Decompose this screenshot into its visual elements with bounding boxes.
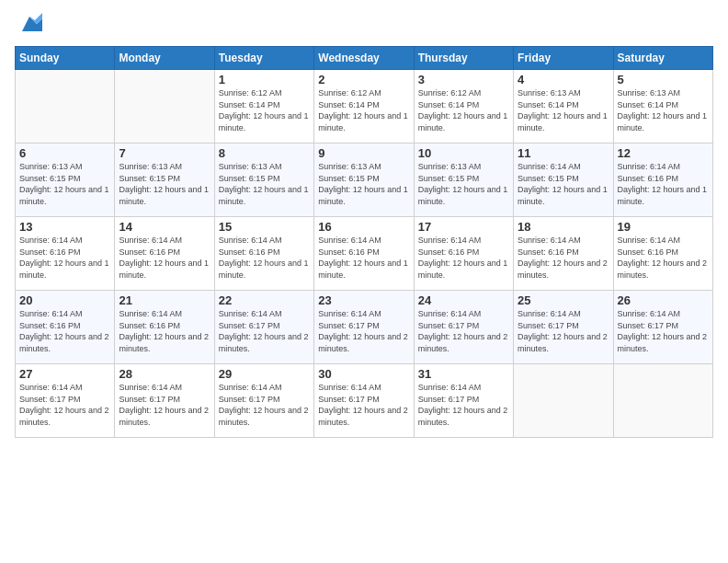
day-header-sunday: Sunday [16,47,115,70]
day-number: 1 [219,73,310,86]
day-info: Sunrise: 6:14 AM Sunset: 6:17 PM Dayligh… [418,308,509,354]
day-number: 31 [418,367,509,381]
day-header-monday: Monday [115,47,214,70]
day-info: Sunrise: 6:14 AM Sunset: 6:16 PM Dayligh… [19,235,110,281]
day-info: Sunrise: 6:13 AM Sunset: 6:15 PM Dayligh… [318,161,409,207]
day-info: Sunrise: 6:14 AM Sunset: 6:17 PM Dayligh… [219,382,310,428]
day-info: Sunrise: 6:13 AM Sunset: 6:14 PM Dayligh… [618,87,709,133]
logo [15,15,42,37]
day-info: Sunrise: 6:14 AM Sunset: 6:16 PM Dayligh… [618,161,709,207]
day-info: Sunrise: 6:14 AM Sunset: 6:16 PM Dayligh… [618,235,709,281]
calendar-cell [514,364,613,438]
day-number: 17 [418,220,509,234]
calendar-cell: 14Sunrise: 6:14 AM Sunset: 6:16 PM Dayli… [115,217,214,291]
calendar-week-row: 6Sunrise: 6:13 AM Sunset: 6:15 PM Daylig… [16,144,713,217]
day-info: Sunrise: 6:13 AM Sunset: 6:15 PM Dayligh… [418,161,509,207]
calendar-cell: 25Sunrise: 6:14 AM Sunset: 6:17 PM Dayli… [514,291,613,364]
calendar-cell: 30Sunrise: 6:14 AM Sunset: 6:17 PM Dayli… [314,364,414,438]
day-info: Sunrise: 6:14 AM Sunset: 6:17 PM Dayligh… [618,308,709,354]
day-number: 4 [518,73,609,86]
calendar-cell: 20Sunrise: 6:14 AM Sunset: 6:16 PM Dayli… [16,291,115,364]
calendar-cell: 10Sunrise: 6:13 AM Sunset: 6:15 PM Dayli… [414,144,513,217]
day-info: Sunrise: 6:14 AM Sunset: 6:17 PM Dayligh… [119,382,210,428]
calendar-week-row: 13Sunrise: 6:14 AM Sunset: 6:16 PM Dayli… [16,217,713,291]
day-number: 23 [318,293,409,307]
calendar-cell: 18Sunrise: 6:14 AM Sunset: 6:16 PM Dayli… [514,217,613,291]
day-number: 10 [418,146,509,160]
day-number: 18 [518,220,609,234]
calendar-cell [613,364,712,438]
calendar-cell: 29Sunrise: 6:14 AM Sunset: 6:17 PM Dayli… [214,364,313,438]
day-number: 14 [119,220,210,234]
day-info: Sunrise: 6:14 AM Sunset: 6:16 PM Dayligh… [518,235,609,281]
calendar-cell: 17Sunrise: 6:14 AM Sunset: 6:16 PM Dayli… [414,217,513,291]
calendar-cell: 22Sunrise: 6:14 AM Sunset: 6:17 PM Dayli… [214,291,313,364]
day-number: 19 [618,220,709,234]
day-info: Sunrise: 6:14 AM Sunset: 6:17 PM Dayligh… [219,308,310,354]
day-info: Sunrise: 6:14 AM Sunset: 6:17 PM Dayligh… [318,308,409,354]
calendar-cell: 24Sunrise: 6:14 AM Sunset: 6:17 PM Dayli… [414,291,513,364]
calendar-week-row: 1Sunrise: 6:12 AM Sunset: 6:14 PM Daylig… [16,70,713,144]
calendar: SundayMondayTuesdayWednesdayThursdayFrid… [15,46,713,438]
day-info: Sunrise: 6:14 AM Sunset: 6:17 PM Dayligh… [518,308,609,354]
calendar-cell: 31Sunrise: 6:14 AM Sunset: 6:17 PM Dayli… [414,364,513,438]
calendar-cell: 9Sunrise: 6:13 AM Sunset: 6:15 PM Daylig… [314,144,414,217]
calendar-header-row: SundayMondayTuesdayWednesdayThursdayFrid… [16,47,713,70]
logo-icon [17,11,42,37]
day-info: Sunrise: 6:14 AM Sunset: 6:17 PM Dayligh… [418,382,509,428]
day-info: Sunrise: 6:14 AM Sunset: 6:16 PM Dayligh… [219,235,310,281]
day-number: 15 [219,220,310,234]
calendar-cell: 16Sunrise: 6:14 AM Sunset: 6:16 PM Dayli… [314,217,414,291]
day-info: Sunrise: 6:14 AM Sunset: 6:16 PM Dayligh… [19,308,110,354]
day-number: 13 [19,220,110,234]
day-info: Sunrise: 6:14 AM Sunset: 6:16 PM Dayligh… [119,235,210,281]
calendar-cell: 21Sunrise: 6:14 AM Sunset: 6:16 PM Dayli… [115,291,214,364]
day-header-thursday: Thursday [414,47,513,70]
day-header-friday: Friday [514,47,613,70]
calendar-cell [16,70,115,144]
day-number: 7 [119,146,210,160]
calendar-cell: 15Sunrise: 6:14 AM Sunset: 6:16 PM Dayli… [214,217,313,291]
day-number: 11 [518,146,609,160]
day-header-saturday: Saturday [613,47,712,70]
calendar-cell [115,70,214,144]
header [15,15,713,37]
day-header-tuesday: Tuesday [214,47,313,70]
calendar-cell: 19Sunrise: 6:14 AM Sunset: 6:16 PM Dayli… [613,217,712,291]
day-number: 28 [119,367,210,381]
calendar-cell: 11Sunrise: 6:14 AM Sunset: 6:15 PM Dayli… [514,144,613,217]
calendar-cell: 1Sunrise: 6:12 AM Sunset: 6:14 PM Daylig… [214,70,313,144]
calendar-week-row: 27Sunrise: 6:14 AM Sunset: 6:17 PM Dayli… [16,364,713,438]
day-info: Sunrise: 6:13 AM Sunset: 6:15 PM Dayligh… [19,161,110,207]
calendar-cell: 5Sunrise: 6:13 AM Sunset: 6:14 PM Daylig… [613,70,712,144]
day-info: Sunrise: 6:13 AM Sunset: 6:14 PM Dayligh… [518,87,609,133]
day-info: Sunrise: 6:14 AM Sunset: 6:16 PM Dayligh… [418,235,509,281]
day-number: 21 [119,293,210,307]
page: SundayMondayTuesdayWednesdayThursdayFrid… [0,0,728,563]
day-info: Sunrise: 6:12 AM Sunset: 6:14 PM Dayligh… [418,87,509,133]
calendar-cell: 12Sunrise: 6:14 AM Sunset: 6:16 PM Dayli… [613,144,712,217]
day-info: Sunrise: 6:14 AM Sunset: 6:16 PM Dayligh… [119,308,210,354]
calendar-cell: 4Sunrise: 6:13 AM Sunset: 6:14 PM Daylig… [514,70,613,144]
day-number: 16 [318,220,409,234]
day-info: Sunrise: 6:14 AM Sunset: 6:17 PM Dayligh… [318,382,409,428]
day-info: Sunrise: 6:14 AM Sunset: 6:15 PM Dayligh… [518,161,609,207]
day-info: Sunrise: 6:12 AM Sunset: 6:14 PM Dayligh… [219,87,310,133]
calendar-cell: 8Sunrise: 6:13 AM Sunset: 6:15 PM Daylig… [214,144,313,217]
day-number: 12 [618,146,709,160]
day-number: 9 [318,146,409,160]
day-header-wednesday: Wednesday [314,47,414,70]
day-number: 24 [418,293,509,307]
day-number: 6 [19,146,110,160]
day-info: Sunrise: 6:14 AM Sunset: 6:17 PM Dayligh… [19,382,110,428]
day-number: 2 [318,73,409,86]
calendar-cell: 28Sunrise: 6:14 AM Sunset: 6:17 PM Dayli… [115,364,214,438]
calendar-cell: 27Sunrise: 6:14 AM Sunset: 6:17 PM Dayli… [16,364,115,438]
day-number: 20 [19,293,110,307]
day-number: 25 [518,293,609,307]
calendar-cell: 26Sunrise: 6:14 AM Sunset: 6:17 PM Dayli… [613,291,712,364]
calendar-cell: 2Sunrise: 6:12 AM Sunset: 6:14 PM Daylig… [314,70,414,144]
calendar-week-row: 20Sunrise: 6:14 AM Sunset: 6:16 PM Dayli… [16,291,713,364]
day-info: Sunrise: 6:12 AM Sunset: 6:14 PM Dayligh… [318,87,409,133]
calendar-cell: 7Sunrise: 6:13 AM Sunset: 6:15 PM Daylig… [115,144,214,217]
